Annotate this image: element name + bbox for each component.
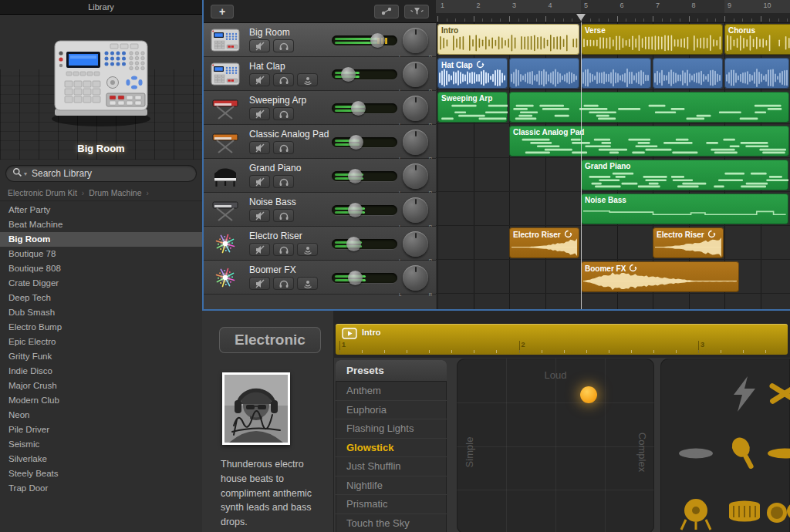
region-grand-piano[interactable]: Grand Piano — [581, 160, 788, 190]
mute-button[interactable] — [249, 107, 270, 120]
library-item-trap-door[interactable]: Trap Door — [0, 481, 202, 496]
preset-item-euphoria[interactable]: Euphoria — [336, 401, 447, 420]
library-item-after-party[interactable]: After Party — [0, 203, 202, 217]
region-noise-bass[interactable]: Noise Bass — [581, 194, 788, 224]
search-library-field[interactable]: ▾ Search Library — [5, 165, 197, 182]
library-item-indie-disco[interactable]: Indie Disco — [0, 364, 202, 379]
preset-item-flashing-lights[interactable]: Flashing Lights — [336, 419, 447, 439]
sends-button[interactable] — [297, 243, 318, 256]
mute-button[interactable] — [249, 209, 270, 222]
mute-button[interactable] — [249, 39, 270, 52]
preset-item-anthem[interactable]: Anthem — [336, 382, 447, 401]
maraca-pad-icon[interactable] — [724, 434, 765, 474]
mute-button[interactable] — [249, 277, 270, 290]
cymbal-pad-icon[interactable] — [765, 434, 790, 474]
volume-slider[interactable] — [332, 137, 397, 147]
snare-drum-pad-icon[interactable] — [724, 494, 765, 532]
solo-button[interactable] — [273, 107, 294, 120]
library-item-silverlake[interactable]: Silverlake — [0, 452, 202, 466]
library-item-pile-driver[interactable]: Pile Driver — [0, 423, 202, 437]
volume-slider[interactable] — [332, 35, 397, 45]
bongos-pad-icon[interactable] — [765, 494, 790, 532]
library-item-boutique-808[interactable]: Boutique 808 — [0, 261, 202, 276]
library-item-steely-beats[interactable]: Steely Beats — [0, 466, 202, 481]
library-item-beat-machine[interactable]: Beat Machine — [0, 217, 202, 232]
track-header-classic-analog-pad[interactable]: Classic Analog PadLR — [204, 125, 436, 159]
region-classic-analog-pad[interactable]: Classic Analog Pad — [509, 126, 789, 157]
solo-button[interactable] — [273, 73, 294, 86]
library-item-deep-tech[interactable]: Deep Tech — [0, 291, 202, 305]
preset-item-glowstick[interactable]: Glowstick — [336, 439, 447, 458]
track-header-noise-bass[interactable]: Noise BassLR — [204, 193, 436, 227]
track-header-sweeping-arp[interactable]: Sweeping ArpLR — [204, 91, 436, 125]
mute-button[interactable] — [249, 175, 270, 188]
xy-pad-puck[interactable] — [580, 386, 597, 403]
pan-knob[interactable]: LR — [403, 96, 428, 121]
track-header-big-room[interactable]: Big RoomLR — [204, 23, 436, 57]
track-header-grand-piano[interactable]: Grand PianoLR — [204, 159, 436, 193]
sends-button[interactable] — [297, 73, 318, 86]
breadcrumb-item-electronic-drum-kit[interactable]: Electronic Drum Kit — [8, 188, 77, 197]
lightning-pad-icon[interactable] — [724, 375, 765, 415]
region-intro[interactable]: Intro — [437, 24, 579, 55]
volume-thumb[interactable] — [349, 135, 363, 150]
solo-button[interactable] — [273, 141, 294, 154]
volume-slider[interactable] — [332, 239, 397, 249]
pan-knob[interactable]: LR — [403, 265, 428, 291]
volume-thumb[interactable] — [370, 33, 385, 48]
region-sweeping-arp-loop-segment[interactable] — [509, 92, 789, 123]
track-header-hat-clap[interactable]: Hat ClapLR — [204, 57, 436, 91]
sends-button[interactable] — [297, 277, 318, 290]
search-icon[interactable] — [12, 167, 22, 180]
kick-drum-pad-icon[interactable] — [676, 494, 716, 532]
volume-thumb[interactable] — [348, 271, 363, 285]
volume-slider[interactable] — [332, 69, 397, 79]
volume-thumb[interactable] — [348, 169, 363, 184]
volume-thumb[interactable] — [341, 67, 356, 82]
region-electro-riser[interactable]: Electro Riser — [509, 227, 579, 258]
search-scope-caret-icon[interactable]: ▾ — [24, 170, 27, 177]
pan-knob[interactable]: LR — [403, 28, 428, 53]
volume-thumb[interactable] — [348, 203, 363, 217]
volume-slider[interactable] — [332, 205, 397, 215]
region-boomer-fx[interactable]: Boomer FX — [581, 261, 739, 292]
volume-slider[interactable] — [332, 103, 397, 113]
lane-electro-riser[interactable] — [436, 226, 790, 260]
breadcrumb-item-drum-machine[interactable]: Drum Machine — [89, 188, 141, 197]
preset-item-prismatic[interactable]: Prismatic — [336, 495, 447, 514]
pan-knob[interactable]: LR — [403, 197, 428, 223]
library-item-electro-bump[interactable]: Electro Bump — [0, 320, 202, 335]
region-sweeping-arp[interactable]: Sweeping Arp — [437, 92, 508, 123]
volume-slider[interactable] — [332, 171, 397, 181]
region-chorus[interactable]: Chorus — [724, 24, 790, 55]
solo-button[interactable] — [273, 209, 294, 222]
track-header-electro-riser[interactable]: Electro RiserLR — [204, 227, 436, 261]
automation-button[interactable] — [374, 5, 399, 19]
pan-knob[interactable]: LR — [403, 130, 428, 155]
pan-knob[interactable]: LR — [403, 62, 428, 87]
playhead-handle[interactable] — [576, 14, 586, 21]
mute-button[interactable] — [249, 141, 270, 154]
region-hat-clap-loop-segment[interactable] — [724, 58, 789, 89]
pan-knob[interactable]: LR — [403, 163, 428, 189]
library-item-dub-smash[interactable]: Dub Smash — [0, 305, 202, 320]
mute-button[interactable] — [249, 243, 270, 256]
genre-button[interactable]: Electronic — [219, 327, 321, 353]
region-verse[interactable]: Verse — [581, 24, 723, 55]
track-header-boomer-fx[interactable]: Boomer FXLR — [204, 261, 436, 295]
volume-thumb[interactable] — [351, 101, 366, 116]
region-hat-clap-loop-segment[interactable] — [653, 58, 723, 89]
mute-button[interactable] — [249, 73, 270, 86]
solo-button[interactable] — [273, 175, 294, 188]
preset-item-nightlife[interactable]: Nightlife — [336, 476, 447, 496]
library-item-seismic[interactable]: Seismic — [0, 437, 202, 452]
library-item-epic-electro[interactable]: Epic Electro — [0, 335, 202, 349]
region-hat-clap[interactable]: Hat Clap — [437, 58, 508, 89]
library-item-gritty-funk[interactable]: Gritty Funk — [0, 349, 202, 364]
library-item-modern-club[interactable]: Modern Club — [0, 393, 202, 408]
track-filter-button[interactable] — [404, 5, 429, 19]
xy-pad[interactable]: Loud Simple Complex — [457, 359, 654, 532]
region-hat-clap-loop-segment[interactable] — [581, 58, 651, 89]
library-item-crate-digger[interactable]: Crate Digger — [0, 276, 202, 291]
pan-knob[interactable]: LR — [403, 231, 428, 257]
